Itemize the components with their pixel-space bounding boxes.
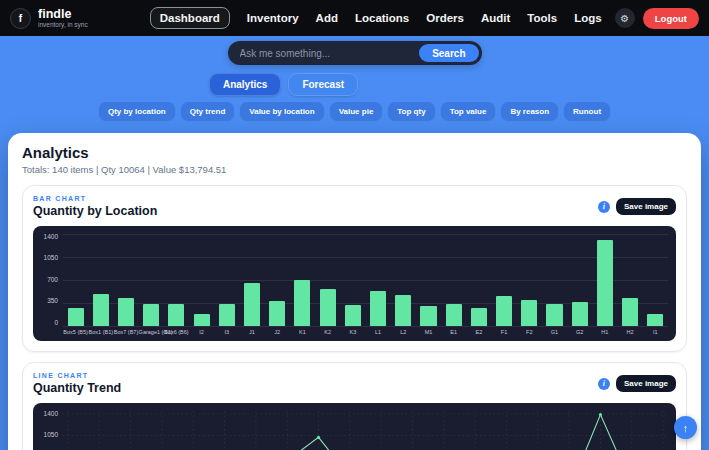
- nav-item-inventory[interactable]: Inventory: [247, 12, 299, 24]
- scroll-to-top-button[interactable]: ↑: [674, 416, 697, 439]
- bar-i2: [194, 314, 210, 326]
- nav-item-tools[interactable]: Tools: [527, 12, 557, 24]
- x-tick-label: J1: [239, 329, 264, 335]
- bar-h1: [597, 240, 613, 326]
- x-tick-label: H2: [617, 329, 642, 335]
- bar-chart-card: BAR CHART Quantity by Location i Save im…: [22, 185, 687, 352]
- line-y-axis: 140010507003500: [37, 411, 63, 450]
- search-bar: Search: [228, 41, 482, 65]
- bar-column: [214, 234, 239, 326]
- bar-column: [542, 234, 567, 326]
- filter-runout[interactable]: Runout: [564, 102, 610, 120]
- x-tick-label: Box6 (B6): [164, 329, 189, 335]
- tab-analytics[interactable]: Analytics: [209, 73, 281, 96]
- filter-value-by-location[interactable]: Value by location: [240, 102, 323, 120]
- bar-column: [164, 234, 189, 326]
- brand-tagline: inventory, in sync: [38, 22, 88, 29]
- filter-top-qty[interactable]: Top qty: [388, 102, 434, 120]
- hero-section: Search AnalyticsForecast Qty by location…: [0, 41, 709, 120]
- x-tick-label: F2: [517, 329, 542, 335]
- nav-item-locations[interactable]: Locations: [355, 12, 409, 24]
- x-tick-label: E2: [466, 329, 491, 335]
- trend-line: [68, 415, 663, 450]
- bar-g2: [572, 302, 588, 326]
- nav-item-logs[interactable]: Logs: [574, 12, 601, 24]
- bar-chart-plot: [63, 234, 668, 326]
- filter-qty-trend[interactable]: Qty trend: [181, 102, 235, 120]
- bar-chart-title: Quantity by Location: [33, 204, 157, 218]
- bar-column: [113, 234, 138, 326]
- bar-column: [491, 234, 516, 326]
- data-point: [317, 436, 320, 439]
- top-navbar: f findle inventory, in sync DashboardInv…: [0, 0, 709, 36]
- bar-column: [617, 234, 642, 326]
- filter-row: Qty by locationQty trendValue by locatio…: [0, 102, 709, 120]
- nav-item-add[interactable]: Add: [316, 12, 338, 24]
- save-image-button[interactable]: Save image: [616, 198, 676, 215]
- bar-i3: [219, 304, 235, 326]
- brand-text: findle inventory, in sync: [38, 8, 88, 29]
- bar-y-axis: 140010507003500: [37, 234, 63, 326]
- bar-column: [592, 234, 617, 326]
- bar-column: [391, 234, 416, 326]
- bar-l2: [395, 295, 411, 326]
- bar-column: [265, 234, 290, 326]
- bar-h2: [622, 298, 638, 326]
- bar-i1: [647, 314, 663, 326]
- bar-column: [517, 234, 542, 326]
- bar-column: [315, 234, 340, 326]
- y-tick-label: 350: [47, 298, 58, 305]
- x-tick-label: Box1 (B1): [88, 329, 113, 335]
- x-tick-label: F1: [491, 329, 516, 335]
- nav-right: ⚙ Logout: [615, 8, 699, 29]
- y-tick-label: 0: [54, 320, 58, 327]
- x-tick-label: Box5 (B5): [63, 329, 88, 335]
- y-tick-label: 1050: [44, 432, 58, 439]
- bar-chart-kicker: BAR CHART: [33, 195, 157, 202]
- x-tick-label: K1: [290, 329, 315, 335]
- bar-box6-b6: [168, 304, 184, 326]
- x-tick-label: K3: [340, 329, 365, 335]
- info-icon[interactable]: i: [598, 201, 610, 213]
- x-tick-label: G2: [567, 329, 592, 335]
- brand-logo[interactable]: f: [10, 8, 31, 29]
- x-tick-label: L2: [391, 329, 416, 335]
- line-plot-wrap: [63, 411, 668, 450]
- bar-chart-titles: BAR CHART Quantity by Location: [33, 195, 157, 218]
- bar-column: [643, 234, 668, 326]
- bar-column: [88, 234, 113, 326]
- y-tick-label: 1400: [44, 234, 58, 241]
- x-tick-label: M1: [416, 329, 441, 335]
- analytics-panel: Analytics Totals: 140 items | Qty 10064 …: [8, 133, 701, 450]
- nav-item-dashboard[interactable]: Dashboard: [150, 7, 230, 29]
- tab-forecast[interactable]: Forecast: [288, 73, 358, 96]
- search-button[interactable]: Search: [419, 44, 478, 62]
- nav-item-orders[interactable]: Orders: [426, 12, 464, 24]
- filter-qty-by-location[interactable]: Qty by location: [99, 102, 175, 120]
- bar-column: [239, 234, 264, 326]
- info-icon[interactable]: i: [598, 378, 610, 390]
- bar-column: [441, 234, 466, 326]
- gridline: [63, 326, 668, 327]
- page-title: Analytics: [22, 144, 687, 161]
- bar-f1: [496, 296, 512, 326]
- y-tick-label: 1050: [44, 255, 58, 262]
- nav-item-audit[interactable]: Audit: [481, 12, 510, 24]
- bar-chart-canvas: 140010507003500 Box5 (B5)Box1 (B1)Box7 (…: [33, 226, 676, 341]
- bar-column: [416, 234, 441, 326]
- logout-button[interactable]: Logout: [643, 8, 699, 29]
- search-input[interactable]: [240, 48, 420, 59]
- nav-items: DashboardInventoryAddLocationsOrdersAudi…: [150, 7, 615, 29]
- save-image-button[interactable]: Save image: [616, 375, 676, 392]
- bar-column: [466, 234, 491, 326]
- filter-by-reason[interactable]: By reason: [501, 102, 558, 120]
- filter-top-value[interactable]: Top value: [441, 102, 496, 120]
- x-tick-label: J2: [265, 329, 290, 335]
- settings-gear-icon[interactable]: ⚙: [615, 8, 635, 28]
- line-chart-kicker: LINE CHART: [33, 372, 121, 379]
- bar-chart-header: BAR CHART Quantity by Location i Save im…: [33, 195, 676, 218]
- bar-box7-b7: [118, 298, 134, 326]
- filter-value-pie[interactable]: Value pie: [330, 102, 383, 120]
- bar-k2: [320, 289, 336, 326]
- x-tick-label: Garage1 (G1): [139, 329, 164, 335]
